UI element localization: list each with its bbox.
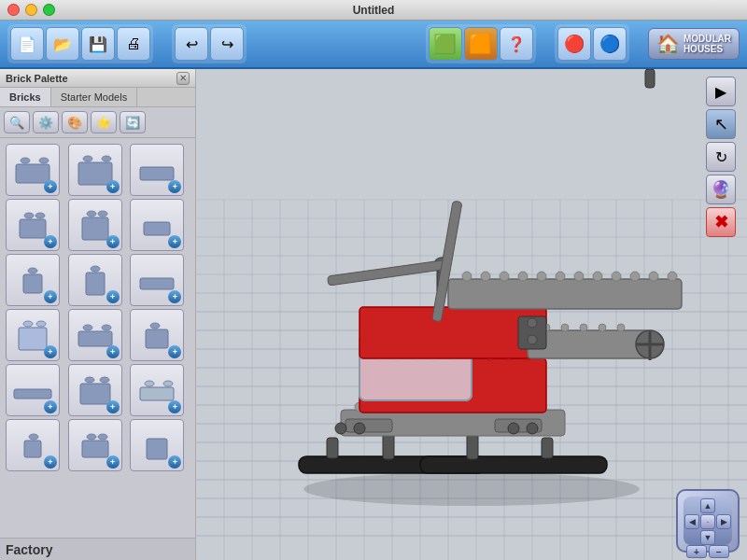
brick-cell-9[interactable]: +: [130, 254, 184, 306]
undo-redo-group: ↩ ↪: [172, 24, 247, 63]
svg-point-127: [537, 272, 546, 281]
nav-arrows: ▲ ◀ · ▶ ▼: [684, 498, 731, 545]
filter-btn-2[interactable]: ⚙️: [33, 111, 59, 133]
zoom-in-button[interactable]: +: [686, 545, 707, 558]
view2-button[interactable]: 🔵: [593, 27, 627, 61]
svg-rect-13: [144, 222, 170, 235]
svg-point-128: [556, 272, 565, 281]
svg-rect-39: [147, 439, 167, 459]
svg-point-124: [481, 272, 490, 281]
maximize-button[interactable]: [43, 4, 55, 16]
redo-button[interactable]: ↪: [210, 27, 244, 61]
brick-cell-18[interactable]: +: [130, 419, 184, 471]
brick-cell-15[interactable]: +: [130, 364, 184, 416]
new-button[interactable]: 📄: [10, 27, 44, 61]
brick-badge-7: +: [44, 290, 57, 303]
brick-cell-2[interactable]: +: [68, 144, 122, 196]
brick-cell-3[interactable]: +: [130, 144, 184, 196]
open-button[interactable]: 📂: [46, 27, 79, 61]
collapse-right-button[interactable]: ▶: [706, 77, 736, 106]
cursor-tool-button[interactable]: ↖: [706, 109, 736, 139]
brick-badge-5: +: [106, 235, 120, 248]
svg-rect-16: [86, 273, 105, 295]
brick-cell-13[interactable]: +: [6, 364, 60, 416]
svg-rect-18: [140, 278, 174, 289]
brick-badge-17: +: [106, 455, 120, 469]
svg-rect-82: [420, 456, 607, 473]
view-mode-button[interactable]: 🔮: [706, 175, 736, 204]
svg-rect-14: [23, 274, 42, 293]
add-brick-button[interactable]: 🟩: [429, 27, 462, 61]
nav-right-button[interactable]: ▶: [716, 514, 731, 529]
nav-down-button[interactable]: ▼: [700, 530, 715, 545]
rotate-tool-button[interactable]: ↻: [706, 142, 736, 172]
brick-cell-12[interactable]: +: [130, 309, 184, 361]
brand-area: 🏠 MODULAR HOUSES: [648, 28, 740, 60]
svg-point-132: [630, 272, 640, 281]
brick-cell-1[interactable]: +: [6, 144, 60, 196]
nav-up-button[interactable]: ▲: [700, 498, 715, 513]
svg-point-8: [24, 213, 34, 218]
svg-point-32: [145, 381, 154, 386]
window-controls: [7, 4, 55, 16]
filter-btn-3[interactable]: 🎨: [62, 111, 88, 133]
brick-cell-14[interactable]: +: [68, 364, 122, 416]
tab-bricks[interactable]: Bricks: [0, 88, 51, 106]
save-button[interactable]: 💾: [81, 27, 115, 61]
svg-point-126: [518, 272, 528, 281]
svg-point-30: [100, 377, 109, 383]
minimize-button[interactable]: [25, 4, 37, 16]
svg-rect-119: [645, 69, 655, 88]
svg-point-5: [102, 156, 111, 161]
nav-left-button[interactable]: ◀: [684, 514, 699, 529]
brick-cell-10[interactable]: +: [6, 309, 60, 361]
brick-cell-8[interactable]: +: [68, 254, 122, 306]
svg-point-147: [527, 423, 538, 434]
svg-point-146: [508, 423, 519, 434]
nav-center-button[interactable]: ·: [700, 514, 715, 529]
brick-grid-container[interactable]: ++++++++++++++++++: [0, 138, 195, 538]
nav-widget: ▲ ◀ · ▶ ▼ + −: [676, 489, 740, 553]
filter-btn-4[interactable]: ⭐: [91, 111, 117, 133]
undo-button[interactable]: ↩: [175, 27, 208, 61]
add-brick2-button[interactable]: 🟧: [464, 27, 498, 61]
brick-cell-6[interactable]: +: [130, 199, 184, 251]
grid-floor-svg: [196, 69, 747, 560]
brick-cell-17[interactable]: +: [68, 419, 122, 471]
help-button[interactable]: ❓: [500, 27, 533, 61]
svg-rect-22: [78, 331, 112, 346]
svg-point-117: [617, 324, 625, 331]
print-button[interactable]: 🖨: [117, 27, 150, 61]
brick-tools-group: 🟩 🟧 ❓: [426, 24, 536, 63]
brick-badge-14: +: [106, 400, 120, 413]
svg-point-29: [85, 377, 94, 383]
brick-badge-4: +: [44, 235, 57, 248]
brick-cell-7[interactable]: +: [6, 254, 60, 306]
palette-title: Brick Palette: [6, 73, 68, 84]
tab-starter-models[interactable]: Starter Models: [51, 88, 138, 106]
close-button[interactable]: [7, 4, 20, 16]
nav-inner: ▲ ◀ · ▶ ▼ + −: [684, 497, 732, 545]
svg-point-123: [462, 272, 472, 281]
filter-btn-5[interactable]: 🔄: [120, 111, 146, 133]
filter-btn-1[interactable]: 🔍: [4, 111, 30, 133]
svg-point-129: [574, 272, 584, 281]
svg-point-11: [87, 211, 96, 217]
svg-point-141: [528, 335, 537, 344]
delete-tool-button[interactable]: ✖: [706, 207, 736, 237]
view1-button[interactable]: 🔴: [557, 27, 591, 61]
canvas-area[interactable]: ▶ ↖ ↻ 🔮 ✖ ▲ ◀ · ▶ ▼ +: [196, 69, 747, 560]
brick-cell-4[interactable]: +: [6, 199, 60, 251]
palette-close-button[interactable]: ✕: [176, 72, 190, 85]
svg-point-115: [580, 324, 587, 331]
zoom-out-button[interactable]: −: [709, 545, 729, 558]
svg-rect-7: [20, 219, 46, 238]
svg-point-80: [303, 472, 640, 506]
brick-cell-11[interactable]: +: [68, 309, 122, 361]
svg-rect-34: [24, 441, 41, 457]
brick-palette-panel: Brick Palette ✕ Bricks Starter Models 🔍 …: [0, 69, 196, 560]
svg-point-37: [87, 434, 96, 440]
brick-cell-5[interactable]: +: [68, 199, 122, 251]
svg-rect-86: [542, 438, 553, 458]
brick-cell-16[interactable]: +: [6, 419, 60, 471]
